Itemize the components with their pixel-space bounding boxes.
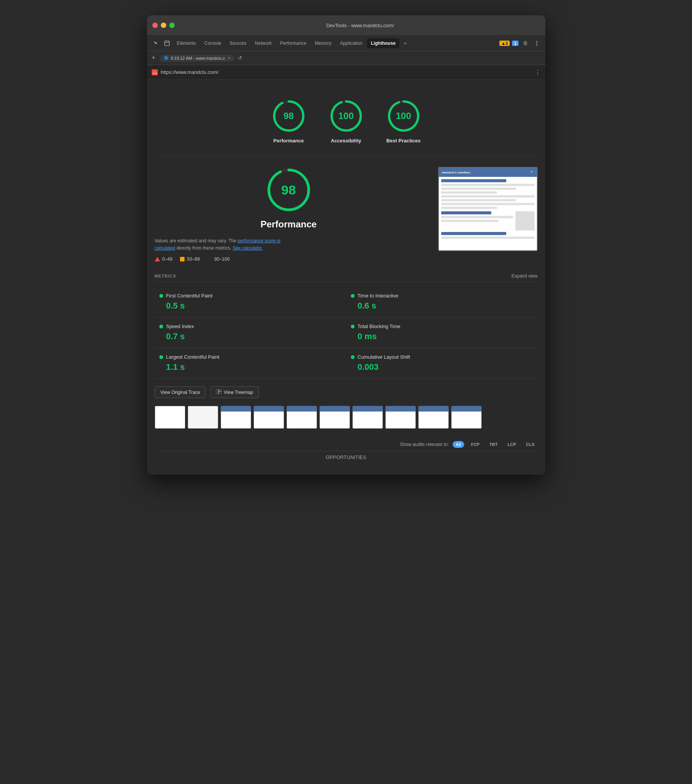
mockup-article2-line — [441, 237, 535, 239]
metrics-section: METRICS Expand view First Contentful Pai… — [155, 273, 538, 379]
tab-favicon: 🔵 — [164, 56, 168, 60]
svg-rect-15 — [219, 392, 221, 394]
mockup-article-line2 — [441, 220, 499, 222]
view-treemap-label: View Treemap — [224, 390, 253, 395]
score-label-performance: Performance — [273, 138, 304, 143]
mockup-nav: 🔍 — [530, 171, 534, 174]
metrics-title: METRICS — [155, 274, 177, 278]
performance-large-circle-area: 98 Performance — [155, 167, 423, 230]
filter-lcp-button[interactable]: LCP — [505, 441, 519, 448]
filmstrip-frame-5 — [286, 406, 317, 429]
view-treemap-button[interactable]: View Treemap — [210, 386, 259, 398]
mockup-body — [439, 177, 537, 243]
metric-cls-dot — [351, 355, 355, 359]
pass-icon — [208, 257, 212, 262]
perf-calculator-link[interactable]: See calculator. — [233, 245, 263, 251]
large-score-number: 98 — [281, 183, 296, 198]
cursor-icon[interactable] — [150, 38, 161, 49]
metric-fcp-value: 0.5 s — [159, 301, 342, 311]
score-circle-accessibility: 100 — [329, 99, 363, 133]
tab-elements[interactable]: Elements — [173, 38, 200, 48]
tab-application[interactable]: Application — [336, 38, 367, 48]
large-score-circle: 98 — [266, 167, 312, 213]
filter-tbt-button[interactable]: TBT — [486, 441, 500, 448]
dock-icon[interactable] — [162, 38, 172, 49]
metric-fcp-label: First Contentful Paint — [166, 293, 213, 298]
metric-tbt-name-row: Total Blocking Time — [351, 323, 533, 329]
url-more-icon[interactable]: ⋮ — [535, 69, 541, 76]
tab-memory[interactable]: Memory — [311, 38, 335, 48]
metric-si-dot — [159, 324, 163, 328]
mockup-line-3 — [441, 188, 516, 190]
mockup-article-title — [441, 211, 492, 214]
view-trace-button[interactable]: View Original Trace — [155, 386, 206, 398]
mockup-article2-title — [441, 232, 507, 235]
tab-network[interactable]: Network — [251, 38, 276, 48]
performance-title: Performance — [260, 219, 317, 230]
metrics-header: METRICS Expand view — [155, 273, 538, 282]
filter-cls-button[interactable]: CLS — [523, 441, 538, 448]
browser-tab[interactable]: 🔵 8:19:12 AM - www.mandclu.c ▼ — [160, 55, 235, 62]
tab-dropdown-icon[interactable]: ▼ — [228, 56, 231, 60]
perf-desc-text: Values are estimated and may vary. The — [155, 238, 236, 244]
tab-sources[interactable]: Sources — [226, 38, 251, 48]
svg-point-2 — [536, 41, 537, 42]
mockup-line-1 — [441, 179, 507, 182]
tab-console[interactable]: Console — [201, 38, 225, 48]
score-circle-best-practices: 100 — [386, 99, 421, 133]
action-buttons: View Original Trace View Treemap — [155, 386, 538, 398]
metric-tti-value: 0.6 s — [351, 301, 533, 311]
main-content: 98 Performance 100 Accessibility — [147, 80, 545, 475]
audit-filter-label: Show audits relevant to: — [400, 442, 449, 447]
score-item-best-practices: 100 Best Practices — [386, 99, 421, 143]
score-label-best-practices: Best Practices — [386, 138, 421, 143]
reload-button[interactable]: ↺ — [238, 55, 242, 61]
metric-tbt-value: 0 ms — [351, 331, 533, 341]
score-number-accessibility: 100 — [338, 110, 353, 121]
legend-fail-range: 0–49 — [162, 257, 173, 262]
legend-item-pass: 90–100 — [208, 257, 230, 262]
url-display[interactable]: https://www.mandclu.com/ — [161, 69, 535, 75]
metric-si-value: 0.7 s — [159, 331, 342, 341]
scores-section: 98 Performance 100 Accessibility — [155, 91, 538, 155]
filmstrip-frame-9 — [418, 406, 449, 429]
score-number-performance: 98 — [283, 110, 294, 121]
mockup-line-4 — [441, 191, 497, 194]
metric-fcp-dot — [159, 294, 163, 298]
site-favicon: 🦊 — [152, 69, 158, 76]
metric-tti-label: Time to Interactive — [358, 293, 398, 298]
filmstrip-frame-10 — [451, 406, 482, 429]
more-options-icon[interactable] — [532, 38, 542, 49]
score-circle-performance: 98 — [271, 99, 306, 133]
mockup-line-6 — [441, 199, 516, 201]
more-tabs-button[interactable]: » — [400, 38, 411, 48]
filter-fcp-button[interactable]: FCP — [468, 441, 482, 448]
window-title: DevTools - www.mandclu.com/ — [181, 23, 540, 28]
mockup-line-2 — [441, 184, 535, 186]
filter-all-button[interactable]: All — [453, 441, 464, 448]
close-button[interactable] — [152, 23, 158, 28]
svg-rect-13 — [216, 389, 218, 394]
mockup-line-5 — [441, 195, 535, 198]
expand-view-button[interactable]: Expand view — [511, 273, 537, 279]
metric-fcp-name-row: First Contentful Paint — [159, 293, 342, 298]
new-tab-button[interactable]: + — [150, 54, 157, 62]
tab-lighthouse[interactable]: Lighthouse — [367, 38, 400, 48]
filmstrip-frame-1 — [155, 406, 185, 429]
tab-performance[interactable]: Performance — [276, 38, 310, 48]
devtools-tab-bar: Elements Console Sources Network Perform… — [147, 35, 545, 51]
legend-pass-range: 90–100 — [215, 257, 230, 262]
view-trace-label: View Original Trace — [160, 390, 200, 395]
minimize-button[interactable] — [161, 23, 166, 28]
titlebar: DevTools - www.mandclu.com/ — [147, 15, 545, 35]
console-badge: 1 — [512, 41, 518, 46]
settings-icon[interactable] — [520, 38, 531, 49]
performance-description: Values are estimated and may vary. The p… — [155, 237, 292, 252]
metric-cls-value: 0.003 — [351, 362, 533, 372]
metric-cls-name-row: Cumulative Layout Shift — [351, 354, 533, 360]
maximize-button[interactable] — [169, 23, 175, 28]
filmstrip-frame-2 — [188, 406, 218, 429]
warning-badge: ▲1 — [499, 41, 510, 46]
svg-point-3 — [536, 43, 537, 44]
metric-tti-name-row: Time to Interactive — [351, 293, 533, 298]
